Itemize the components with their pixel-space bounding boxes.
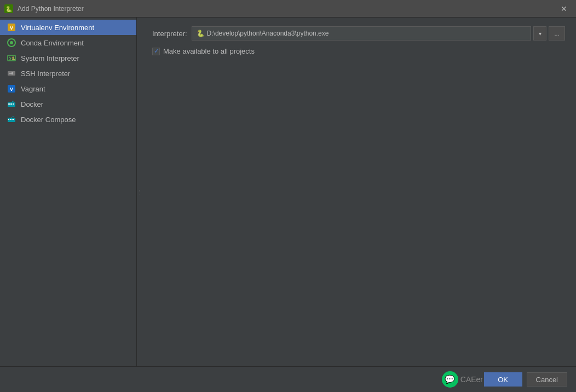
title-bar-icon: 🐍 (4, 4, 13, 13)
footer-buttons: OK Cancel (484, 372, 567, 387)
sidebar-item-docker-compose[interactable]: Docker Compose (0, 112, 136, 127)
close-button[interactable]: ✕ (556, 1, 572, 16)
content-main (152, 55, 565, 358)
interpreter-path: D:\develop\python\Anaconda3\python.exe (207, 30, 329, 37)
sidebar-item-vagrant-label: Vagrant (21, 85, 45, 93)
svg-text:V: V (10, 25, 13, 31)
dialog-window: 🐍 Add Python Interpreter ✕ V Virtualenv … (0, 0, 576, 392)
sidebar-item-vagrant[interactable]: V Vagrant (0, 81, 136, 96)
make-available-label: Make available to all projects (163, 47, 255, 55)
cancel-button[interactable]: Cancel (527, 372, 567, 387)
interpreter-label: Interpreter: (152, 30, 187, 38)
svg-rect-20 (8, 119, 9, 120)
svg-point-5 (10, 41, 13, 44)
svg-rect-18 (13, 103, 14, 105)
system-icon: 🐍 (7, 53, 16, 63)
sidebar: V Virtualenv Environment Conda Environme… (0, 18, 137, 366)
dialog-body: V Virtualenv Environment Conda Environme… (0, 18, 576, 366)
sidebar-item-docker-label: Docker (21, 100, 43, 108)
svg-rect-22 (11, 119, 13, 120)
interpreter-row: Interpreter: 🐍 D:\develop\python\Anacond… (152, 26, 565, 41)
svg-rect-12 (11, 72, 13, 74)
resize-handle[interactable]: ⋮ (137, 18, 141, 366)
title-bar: 🐍 Add Python Interpreter ✕ (0, 0, 576, 18)
interpreter-field[interactable]: 🐍 D:\develop\python\Anaconda3\python.exe (192, 26, 531, 41)
sidebar-item-ssh[interactable]: SSH Interpreter (0, 66, 136, 81)
interpreter-icon: 🐍 (197, 30, 205, 37)
svg-line-8 (9, 59, 11, 60)
checkbox-row: ✓ Make available to all projects (152, 47, 565, 55)
sidebar-item-system[interactable]: 🐍 System Interpreter (0, 50, 136, 66)
interpreter-input-wrapper: 🐍 D:\develop\python\Anaconda3\python.exe… (192, 26, 565, 41)
checkbox-checkmark: ✓ (154, 48, 159, 55)
watermark-text: CAEer (460, 375, 483, 384)
content-area: Interpreter: 🐍 D:\develop\python\Anacond… (141, 18, 576, 366)
virtualenv-icon: V (7, 22, 16, 32)
ok-button[interactable]: OK (484, 372, 522, 387)
svg-text:🐍: 🐍 (5, 5, 13, 13)
interpreter-browse-button[interactable]: ... (549, 26, 565, 41)
watermark-container: 💬 CAEer (442, 371, 483, 388)
conda-icon (7, 38, 16, 48)
sidebar-item-system-label: System Interpreter (21, 54, 79, 62)
svg-rect-16 (8, 103, 10, 105)
sidebar-item-conda[interactable]: Conda Environment (0, 35, 136, 50)
make-available-checkbox[interactable]: ✓ (152, 48, 160, 55)
vagrant-icon: V (7, 84, 16, 94)
sidebar-item-virtualenv-label: Virtualenv Environment (21, 24, 94, 32)
sidebar-item-virtualenv[interactable]: V Virtualenv Environment (0, 20, 136, 35)
sidebar-item-ssh-label: SSH Interpreter (21, 70, 70, 78)
sidebar-item-docker-compose-label: Docker Compose (21, 116, 76, 124)
docker-compose-icon (7, 114, 16, 124)
sidebar-item-docker[interactable]: Docker (0, 96, 136, 112)
docker-icon (7, 99, 16, 109)
svg-text:V: V (10, 87, 13, 92)
title-bar-title: Add Python Interpreter (18, 5, 556, 13)
wechat-icon: 💬 (442, 371, 458, 388)
svg-rect-17 (10, 103, 12, 105)
svg-text:🐍: 🐍 (11, 56, 16, 61)
svg-rect-21 (10, 119, 11, 120)
sidebar-item-conda-label: Conda Environment (21, 39, 84, 47)
svg-rect-23 (13, 119, 14, 120)
interpreter-dropdown-button[interactable]: ▾ (533, 26, 546, 41)
ssh-icon (7, 68, 16, 78)
footer-area: 💬 CAEer OK Cancel (0, 366, 576, 392)
